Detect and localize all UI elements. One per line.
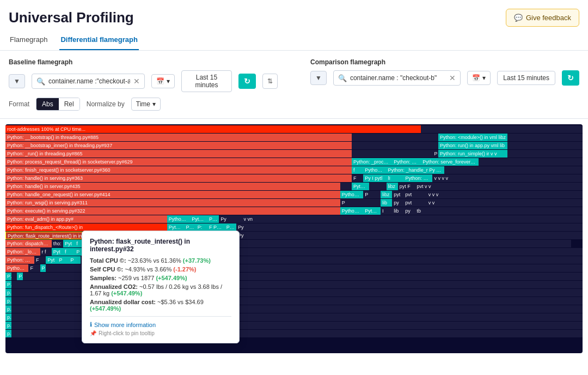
tab-flamegraph[interactable]: Flamegraph — [9, 31, 48, 50]
flame-bar[interactable]: Python: handle_one_request() in server.p… — [5, 191, 340, 198]
flame-bar[interactable]: pvt — [403, 191, 426, 198]
flame-bar[interactable]: Python: _process_queue() in h — [352, 158, 392, 166]
flame-bar[interactable]: py — [5, 330, 11, 337]
flame-bar[interactable]: pyt F — [5, 297, 11, 305]
flame-bar[interactable]: Python: handle() in server.py#435 — [5, 183, 340, 190]
flame-bar[interactable] — [363, 199, 381, 207]
flame-bar[interactable]: pyt F — [398, 183, 415, 190]
flame-bar[interactable]: Pyt — [52, 248, 63, 256]
baseline-filter-toggle[interactable]: ▼ — [9, 74, 25, 88]
flame-bar[interactable]: v vn — [242, 215, 265, 223]
flame-bar[interactable]: Python: __bootstrap_inner() in threading… — [5, 142, 352, 149]
flame-bar[interactable]: lI — [387, 174, 404, 182]
flame-bar[interactable] — [352, 134, 438, 141]
baseline-compare-button[interactable]: ⇅ — [262, 74, 278, 89]
flame-bar[interactable] — [11, 273, 17, 280]
flame-bar[interactable]: Python — [363, 207, 381, 215]
comparison-date-button[interactable]: 📅 ▾ — [467, 71, 491, 85]
flame-bar[interactable] — [444, 166, 583, 174]
flame-bar[interactable]: P — [363, 191, 381, 198]
comparison-filter-toggle[interactable]: ▼ — [310, 71, 327, 85]
flame-bar[interactable]: F — [34, 256, 46, 264]
flame-bar[interactable]: v v v — [427, 191, 450, 198]
flame-bar[interactable] — [507, 134, 583, 141]
show-more-info-link[interactable]: ℹ Show more information — [90, 321, 231, 328]
flame-bar[interactable]: Python: __bootstrap() in threading.py#88… — [5, 134, 352, 141]
comparison-clear-button[interactable]: ✕ — [449, 74, 456, 82]
flame-bar[interactable] — [352, 142, 438, 149]
flame-bar[interactable] — [450, 199, 583, 207]
flame-bar[interactable]: py — [5, 322, 11, 329]
flame-bar[interactable] — [507, 150, 583, 158]
format-rel-button[interactable]: Rel — [59, 98, 79, 110]
flame-bar[interactable]: Python: c Python p — [5, 264, 28, 272]
flame-bar[interactable]: pvt v v — [415, 183, 438, 190]
flame-bar[interactable]: f — [352, 166, 363, 174]
baseline-search-input[interactable] — [48, 77, 130, 85]
flame-bar[interactable]: F Python: Pytho P — [207, 223, 225, 231]
flame-bar[interactable] — [479, 158, 583, 166]
flame-bar[interactable]: I — [381, 207, 392, 215]
flame-bar[interactable] — [438, 207, 583, 215]
flame-bar[interactable] — [507, 142, 583, 149]
flame-bar[interactable]: Py I pytl — [363, 174, 386, 182]
flame-bar[interactable]: py — [5, 305, 11, 313]
flame-bar[interactable]: Python: send_respo F — [167, 215, 190, 223]
flame-bar-flask[interactable]: Python: fun_dispatch_<Route>() in — [5, 223, 167, 231]
format-abs-button[interactable]: Abs — [36, 98, 59, 110]
comparison-search-input[interactable] — [350, 74, 446, 82]
flame-bar[interactable]: Pyth I lina — [167, 223, 185, 231]
flame-bar[interactable] — [438, 183, 583, 190]
flame-bar[interactable] — [456, 174, 583, 182]
baseline-date-button[interactable]: 📅 ▾ — [151, 74, 175, 88]
flame-bar[interactable]: Python: pi — [340, 191, 363, 198]
flame-bar[interactable]: py — [5, 313, 11, 321]
flame-bar[interactable]: Python: e — [225, 223, 236, 231]
flame-bar[interactable]: Python: execute() in serving.py#322 — [5, 207, 340, 215]
flame-bar[interactable]: lib — [381, 199, 392, 207]
flame-bar[interactable]: P — [5, 273, 11, 280]
flame-bar[interactable]: Python: eval_adm() in app.py# — [5, 215, 167, 223]
flame-bar[interactable]: Python: serve_forever() v v — [421, 158, 479, 166]
tab-differential-flamegraph[interactable]: Differential flamegraph — [59, 31, 139, 50]
flame-bar[interactable]: F — [352, 174, 363, 182]
flame-bar[interactable] — [259, 223, 583, 231]
flame-bar[interactable]: P — [340, 199, 363, 207]
baseline-time-button[interactable]: Last 15 minutes — [181, 70, 232, 92]
flame-bar[interactable] — [340, 183, 352, 190]
flame-bar[interactable]: Python: _process_queue() in b — [392, 158, 421, 166]
flame-bar[interactable]: Pyt — [46, 256, 57, 264]
flame-bar[interactable]: Python: process_request_thread() in sock… — [5, 158, 352, 166]
flame-bar[interactable]: Py — [40, 264, 46, 272]
flame-bar[interactable]: Python: run_simple() ir v v — [438, 150, 507, 158]
flame-bar[interactable]: Python: p — [352, 183, 369, 190]
flame-bar[interactable]: libz — [387, 183, 398, 190]
flame-bar[interactable]: r f — [40, 248, 52, 256]
flame-bar[interactable]: pvt — [403, 199, 426, 207]
flame-bar[interactable]: F — [28, 264, 40, 272]
flame-bar[interactable]: Python: <module>() in vml libz — [438, 134, 507, 141]
flame-bar[interactable]: Python: dispatch_request() in in — [5, 240, 52, 247]
flame-bar[interactable]: Pytf — [185, 223, 196, 231]
flame-bar[interactable]: v v — [427, 199, 450, 207]
flame-bar[interactable] — [369, 183, 387, 190]
flame-bar[interactable]: Py — [219, 215, 242, 223]
flame-bar[interactable]: Python: _run() in threading.py#865 — [5, 150, 352, 158]
flame-bar[interactable]: Python: c — [190, 215, 207, 223]
flame-bar[interactable]: Pytl P — [5, 281, 11, 288]
baseline-reload-button[interactable]: ↻ — [238, 74, 256, 89]
flame-bar[interactable]: f — [63, 248, 75, 256]
flame-bar[interactable]: v v v v — [432, 174, 455, 182]
flame-bar[interactable]: Python: h Python: — [5, 256, 34, 264]
flame-bar[interactable] — [11, 281, 17, 288]
feedback-button[interactable]: 💬 Give feedback — [506, 9, 579, 27]
comparison-reload-button[interactable]: ↻ — [562, 70, 579, 86]
flame-bar[interactable]: root-addresses 100% at CPU time... — [5, 125, 421, 133]
flame-bar[interactable]: P — [57, 256, 69, 264]
flame-bar[interactable]: Python: run_wsgi() in serving.py#311 — [5, 199, 340, 207]
comparison-time-button[interactable]: Last 15 minutes — [497, 71, 555, 85]
flame-bar[interactable]: tb — [415, 207, 438, 215]
flame-bar[interactable]: Py — [17, 273, 23, 280]
flame-bar[interactable]: libz — [381, 191, 392, 198]
flame-bar[interactable]: P: — [196, 223, 207, 231]
